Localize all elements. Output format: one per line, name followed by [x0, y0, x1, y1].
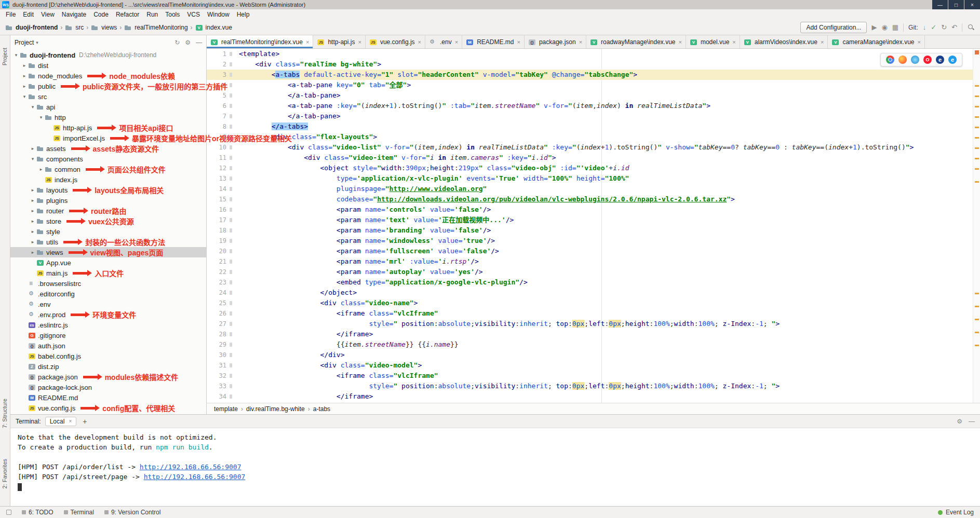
tree-item[interactable]: ▸dist: [10, 60, 206, 71]
refresh-icon[interactable]: ↻: [174, 39, 180, 46]
maximize-button[interactable]: □: [948, 0, 964, 9]
tool-window-toggle-icon[interactable]: [6, 510, 11, 515]
breadcrumb-item[interactable]: views: [91, 24, 117, 31]
close-icon[interactable]: ×: [455, 39, 458, 45]
tree-item[interactable]: ▸plugins: [10, 195, 206, 206]
chevron-down-icon[interactable]: ▾: [36, 40, 38, 45]
close-icon[interactable]: ×: [418, 39, 421, 45]
terminal-settings-icon[interactable]: ⚙: [957, 418, 962, 425]
tree-item[interactable]: package-lock.json: [10, 382, 206, 392]
tree-item[interactable]: ▸routerrouter路由: [10, 206, 206, 216]
tool-window-project[interactable]: Project: [2, 48, 8, 65]
firefox-icon[interactable]: [898, 56, 907, 64]
menu-item-edit[interactable]: Edit: [19, 10, 37, 19]
editor-breadcrumb-item[interactable]: div.realTime.bg-white: [246, 405, 305, 413]
editor-tab[interactable]: cameraManage\index.vue×: [828, 35, 925, 48]
ie-icon[interactable]: [936, 56, 944, 64]
menu-item-file[interactable]: File: [2, 10, 19, 19]
tree-item[interactable]: .gitignore: [10, 330, 206, 340]
error-stripe-scrollbar[interactable]: [973, 49, 980, 403]
menu-item-navigate[interactable]: Navigate: [58, 10, 90, 19]
tree-item[interactable]: dist.zip: [10, 361, 206, 372]
project-panel-title[interactable]: Project: [15, 39, 34, 46]
close-icon[interactable]: ×: [358, 39, 361, 45]
editor-tab[interactable]: vue.config.js×: [366, 35, 425, 48]
tree-item[interactable]: index.js: [10, 174, 206, 185]
tree-item[interactable]: App.vue: [10, 257, 206, 268]
hide-panel-icon[interactable]: —: [196, 39, 202, 46]
close-icon[interactable]: ×: [306, 39, 309, 45]
run-icon[interactable]: ▶: [871, 24, 877, 31]
settings-icon[interactable]: ⚙: [185, 39, 191, 46]
menu-item-refactor[interactable]: Refactor: [112, 10, 143, 19]
tree-item[interactable]: .browserslistrc: [10, 278, 206, 289]
close-icon[interactable]: ×: [917, 39, 920, 45]
new-terminal-button[interactable]: +: [80, 417, 89, 426]
git-update-icon[interactable]: ↓: [923, 24, 927, 31]
close-icon[interactable]: ×: [69, 418, 72, 424]
event-log-button[interactable]: Event Log: [946, 509, 974, 516]
tree-item[interactable]: ▸common页面公共组件文件: [10, 164, 206, 174]
tree-item[interactable]: ▸layoutslayouts全局布局相关: [10, 185, 206, 195]
close-button[interactable]: ×: [964, 0, 980, 9]
terminal-tab-local[interactable]: Local ×: [45, 417, 77, 426]
menu-item-vcs[interactable]: VCS: [183, 10, 204, 19]
editor-tab[interactable]: .env×: [425, 35, 462, 48]
git-rollback-icon[interactable]: ↶: [951, 24, 957, 31]
editor-breadcrumb-item[interactable]: template: [214, 405, 238, 413]
tree-item[interactable]: ▸storevuex公共资源: [10, 216, 206, 226]
tree-item[interactable]: .eslintrc.js: [10, 320, 206, 330]
editor-tab[interactable]: realTimeMonitoring\index.vue×: [207, 35, 313, 48]
terminal-output[interactable]: Note that the development build is not o…: [10, 428, 980, 506]
breadcrumb-item[interactable]: index.vue: [195, 24, 232, 31]
debug-icon[interactable]: ◉: [881, 24, 887, 31]
tool-window-favorites[interactable]: 2: Favorites: [2, 459, 8, 488]
status-bar-item[interactable]: 6: TODO: [22, 509, 53, 516]
tree-item[interactable]: vue.config.jsconfig配置、代理相关: [10, 403, 206, 413]
tree-item[interactable]: ▸viewsview视图、pages页面: [10, 247, 206, 257]
breadcrumb-item[interactable]: src: [65, 24, 84, 31]
menu-item-window[interactable]: Window: [204, 10, 233, 19]
search-everywhere-icon[interactable]: [967, 23, 975, 31]
tree-item[interactable]: babel.config.js: [10, 351, 206, 361]
tree-item[interactable]: ▾duoji-frontendD:\zheheWeb\duoji-fronten…: [10, 50, 206, 60]
git-commit-icon[interactable]: ✓: [931, 24, 936, 31]
opera-icon[interactable]: [923, 56, 932, 64]
editor-tab[interactable]: http-api.js×: [313, 35, 365, 48]
tree-item[interactable]: ▾src: [10, 91, 206, 102]
close-icon[interactable]: ×: [579, 39, 582, 45]
tree-item[interactable]: main.js入口文件: [10, 268, 206, 278]
tree-item[interactable]: auth.json: [10, 340, 206, 351]
status-bar-item[interactable]: 9: Version Control: [104, 509, 160, 516]
tree-item[interactable]: package.jsonmodules依赖描述文件: [10, 372, 206, 382]
tree-item[interactable]: ▸publicpublic资源文件夹，一般放引用的第三方插件: [10, 81, 206, 91]
tree-item[interactable]: ▸assetsassets静态资源文件: [10, 143, 206, 154]
close-icon[interactable]: ×: [517, 39, 520, 45]
editor-tab[interactable]: roadwayManage\index.vue×: [586, 35, 686, 48]
safari-icon[interactable]: [911, 56, 919, 64]
editor-tab[interactable]: README.md×: [462, 35, 525, 48]
status-bar-item[interactable]: Terminal: [64, 509, 94, 516]
chrome-icon[interactable]: [886, 56, 894, 64]
terminal-minimize-icon[interactable]: —: [969, 418, 975, 425]
close-icon[interactable]: ×: [732, 39, 735, 45]
breadcrumb-item[interactable]: realTimeMonitoring: [124, 24, 187, 31]
menu-item-help[interactable]: Help: [233, 10, 253, 19]
add-configuration-button[interactable]: Add Configuration...: [800, 22, 867, 33]
tree-item[interactable]: .editorconfig: [10, 289, 206, 299]
editor-tab[interactable]: alarmVideos\index.vue×: [740, 35, 828, 48]
tree-item[interactable]: ▸style: [10, 226, 206, 237]
tree-item[interactable]: .env.prod环境变量文件: [10, 309, 206, 320]
tree-item[interactable]: .env: [10, 299, 206, 309]
menu-item-tools[interactable]: Tools: [162, 10, 183, 19]
menu-item-code[interactable]: Code: [90, 10, 112, 19]
git-history-icon[interactable]: ↻: [941, 24, 947, 31]
edge-icon[interactable]: [948, 56, 957, 64]
tree-item[interactable]: README.md: [10, 392, 206, 403]
tree-item[interactable]: ▾components: [10, 154, 206, 164]
menu-item-view[interactable]: View: [37, 10, 58, 19]
editor-breadcrumb-item[interactable]: a-tabs: [313, 405, 330, 413]
close-icon[interactable]: ×: [821, 39, 824, 45]
editor-tab[interactable]: package.json×: [525, 35, 586, 48]
editor-tab[interactable]: model.vue×: [686, 35, 740, 48]
